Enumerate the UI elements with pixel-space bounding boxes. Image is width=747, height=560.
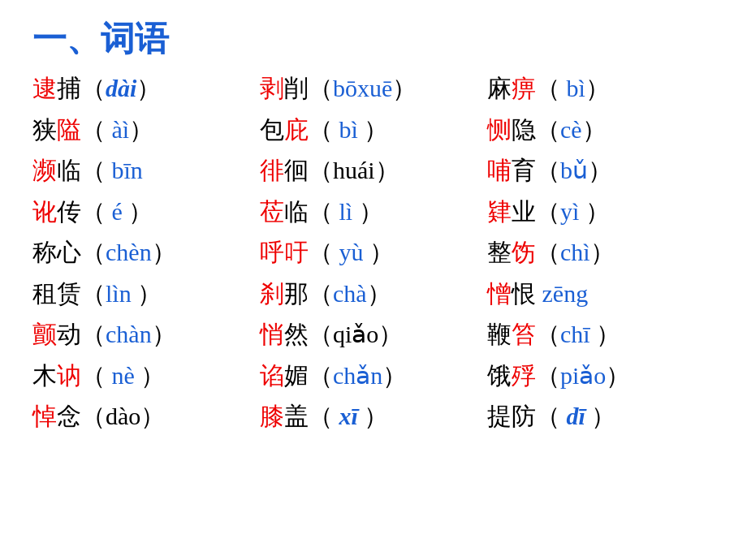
- title: 一、词语: [32, 16, 715, 62]
- cell: 包庇（ bì ）: [260, 111, 487, 149]
- cell: 哺育（bǔ）: [487, 152, 715, 190]
- cell: 讹传（ é ）: [32, 193, 260, 231]
- cell: 逮捕（dài）: [32, 70, 260, 108]
- cell: 称心（chèn）: [32, 234, 260, 272]
- cell: 刹那（chà）: [260, 275, 487, 313]
- cell: 膝盖（ xī ）: [260, 398, 487, 436]
- cell: 谄媚（chǎn）: [260, 357, 487, 395]
- cell: 濒临（ bīn: [32, 152, 260, 190]
- cell: 恻隐（cè）: [487, 111, 715, 149]
- cell: 租赁（lìn ）: [32, 275, 260, 313]
- cell: 剥削（bōxuē）: [260, 70, 487, 108]
- cell: 整饬（chì）: [487, 234, 715, 272]
- cell: 憎恨 zēng: [487, 275, 715, 313]
- cell: 肄业（yì ）: [487, 193, 715, 231]
- cell: 鞭笞（chī ）: [487, 316, 715, 354]
- cell: 悼念（dào）: [32, 398, 260, 436]
- cell: 麻痹（ bì）: [487, 70, 715, 108]
- cell: 饿殍（piǎo）: [487, 357, 715, 395]
- cell: 莅临（ lì ）: [260, 193, 487, 231]
- cell: 提防（ dī ）: [487, 398, 715, 436]
- cell: 徘徊（huái）: [260, 152, 487, 190]
- content-grid: 逮捕（dài）剥削（bōxuē）麻痹（ bì）狭隘（ àì）包庇（ bì ）恻隐…: [32, 70, 715, 436]
- cell: 呼吁（ yù ）: [260, 234, 487, 272]
- cell: 悄然（qiǎo）: [260, 316, 487, 354]
- cell: 颤动（chàn）: [32, 316, 260, 354]
- cell: 狭隘（ àì）: [32, 111, 260, 149]
- cell: 木讷（ nè ）: [32, 357, 260, 395]
